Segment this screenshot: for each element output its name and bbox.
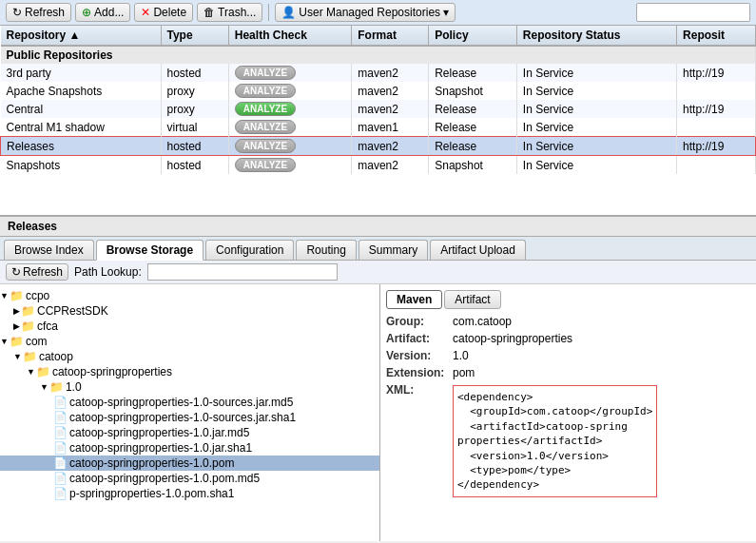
cell-health[interactable]: ANALYZE (228, 64, 351, 82)
table-row[interactable]: 3rd party hosted ANALYZE maven2 Release … (1, 64, 756, 82)
user-managed-button[interactable]: 👤 User Managed Repositories ▾ (275, 3, 456, 22)
tree-label: CCPRestSDK (37, 304, 108, 318)
collapse-icon: ▼ (27, 367, 35, 377)
cell-url: http://19 (677, 137, 756, 156)
artifact-row: Artifact: catoop-springproperties (386, 332, 750, 345)
file-icon: 📄 (53, 396, 68, 409)
tree-item[interactable]: ▶📁cfca (0, 319, 379, 334)
cell-health[interactable]: ANALYZE (228, 137, 351, 156)
cell-type: virtual (161, 118, 228, 137)
delete-button[interactable]: ✕ Delete (134, 3, 193, 22)
tree-item[interactable]: 📄catoop-springproperties-1.0.pom.md5 (0, 471, 379, 486)
section-header-row: Public Repositories (1, 46, 756, 64)
xml-row: XML: <dependency> <groupId>com.catoop</g… (386, 383, 750, 497)
tree-item[interactable]: ▶📁CCPRestSDK (0, 303, 379, 319)
tab-browse-index[interactable]: Browse Index (4, 240, 94, 260)
cell-format: maven2 (352, 82, 429, 100)
col-url[interactable]: Reposit (677, 26, 756, 46)
tab-summary[interactable]: Summary (359, 240, 428, 260)
tree-item[interactable]: 📄catoop-springproperties-1.0-sources.jar… (0, 395, 379, 410)
tree-label: catoop-springproperties-1.0.jar.sha1 (69, 441, 252, 455)
tree-item[interactable]: ▼📁1.0 (0, 379, 379, 395)
detail-tab-maven[interactable]: Maven (386, 290, 442, 309)
artifact-value: catoop-springproperties (453, 332, 750, 345)
col-type[interactable]: Type (161, 26, 228, 46)
tree-label: catoop-springproperties-1.0.pom (69, 456, 234, 470)
tree-item[interactable]: 📄p-springproperties-1.0.pom.sha1 (0, 486, 379, 501)
tab-configuration[interactable]: Configuration (205, 240, 294, 260)
table-row[interactable]: Central M1 shadow virtual ANALYZE maven1… (1, 118, 756, 137)
analyze-button[interactable]: ANALYZE (235, 102, 296, 116)
tree-item[interactable]: 📄catoop-springproperties-1.0.jar.md5 (0, 425, 379, 440)
cell-format: maven2 (352, 64, 429, 82)
table-row[interactable]: Snapshots hosted ANALYZE maven2 Snapshot… (1, 156, 756, 175)
cell-url (677, 118, 756, 137)
repository-table-container: Repository ▲ Type Health Check Format Po… (0, 26, 756, 216)
expand-icon: ▶ (13, 321, 20, 331)
cell-format: maven1 (352, 118, 429, 137)
table-row[interactable]: Apache Snapshots proxy ANALYZE maven2 Sn… (1, 82, 756, 100)
col-status[interactable]: Repository Status (516, 26, 676, 46)
folder-icon: 📁 (36, 365, 50, 378)
search-input[interactable] (636, 3, 750, 22)
extension-value: pom (453, 366, 750, 379)
cell-url (677, 82, 756, 100)
analyze-button[interactable]: ANALYZE (235, 84, 296, 98)
analyze-button[interactable]: ANALYZE (235, 120, 296, 134)
tab-routing[interactable]: Routing (296, 240, 356, 260)
panel-refresh-icon: ↻ (11, 265, 21, 279)
tree-item[interactable]: ▼📁catoop (0, 349, 379, 364)
refresh-button[interactable]: ↻ Refresh (6, 3, 71, 22)
tab-browse-storage[interactable]: Browse Storage (96, 240, 204, 261)
cell-format: maven2 (352, 137, 429, 156)
cell-url (677, 156, 756, 175)
tree-label: catoop (39, 350, 73, 363)
detail-tab-artifact[interactable]: Artifact (444, 290, 500, 309)
folder-icon: 📁 (10, 289, 24, 302)
cell-policy: Release (429, 100, 517, 118)
tree-label: catoop-springproperties-1.0.jar.md5 (69, 426, 249, 439)
cell-policy: Release (429, 118, 517, 137)
folder-icon: 📁 (49, 380, 64, 394)
tab-artifact-upload[interactable]: Artifact Upload (430, 240, 526, 260)
cell-health[interactable]: ANALYZE (228, 82, 351, 100)
add-button[interactable]: ⊕ Add... (75, 3, 130, 22)
separator (268, 4, 269, 21)
collapse-icon: ▼ (13, 352, 22, 361)
refresh-icon: ↻ (12, 6, 22, 19)
tree-item[interactable]: ▼📁catoop-springproperties (0, 364, 379, 379)
cell-name: Apache Snapshots (1, 82, 162, 100)
cell-type: hosted (161, 156, 228, 175)
collapse-icon: ▼ (0, 291, 9, 301)
file-icon: 📄 (53, 426, 68, 439)
section-header-label: Public Repositories (1, 46, 756, 64)
folder-icon: 📁 (23, 350, 37, 363)
tree-item[interactable]: 📄catoop-springproperties-1.0.pom (0, 456, 379, 471)
main-content: ▼📁ccpo▶📁CCPRestSDK▶📁cfca▼📁com▼📁catoop▼📁c… (0, 284, 756, 541)
user-icon: 👤 (281, 6, 296, 19)
tree-item[interactable]: 📄catoop-springproperties-1.0.jar.sha1 (0, 440, 379, 456)
cell-status: In Service (516, 82, 676, 100)
analyze-button[interactable]: ANALYZE (235, 158, 296, 172)
col-repository[interactable]: Repository ▲ (1, 26, 162, 46)
trash-icon: 🗑 (204, 6, 215, 19)
xml-label: XML: (386, 383, 453, 497)
cell-health[interactable]: ANALYZE (228, 118, 351, 137)
cell-name: Central M1 shadow (1, 118, 162, 137)
panel-refresh-button[interactable]: ↻ Refresh (6, 263, 68, 281)
cell-health[interactable]: ANALYZE (228, 156, 351, 175)
col-health-check[interactable]: Health Check (228, 26, 351, 46)
table-row[interactable]: Releases hosted ANALYZE maven2 Release I… (1, 137, 756, 156)
analyze-button[interactable]: ANALYZE (235, 139, 296, 153)
trash-button[interactable]: 🗑 Trash... (197, 3, 262, 22)
table-row[interactable]: Central proxy ANALYZE maven2 Release In … (1, 100, 756, 118)
tree-item[interactable]: ▼📁ccpo (0, 288, 379, 303)
col-format[interactable]: Format (352, 26, 429, 46)
tree-panel: ▼📁ccpo▶📁CCPRestSDK▶📁cfca▼📁com▼📁catoop▼📁c… (0, 284, 380, 541)
path-lookup-input[interactable] (147, 263, 338, 281)
tree-item[interactable]: ▼📁com (0, 334, 379, 349)
col-policy[interactable]: Policy (429, 26, 517, 46)
cell-health[interactable]: ANALYZE (228, 100, 351, 118)
tree-item[interactable]: 📄catoop-springproperties-1.0-sources.jar… (0, 410, 379, 425)
analyze-button[interactable]: ANALYZE (235, 66, 296, 80)
